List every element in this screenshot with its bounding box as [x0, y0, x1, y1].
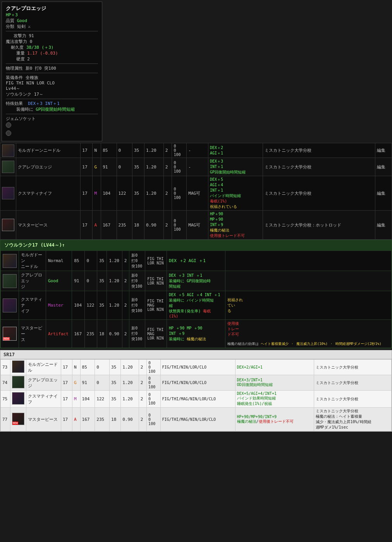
row-range: 2 — [163, 158, 172, 176]
sr-item-name: マスターピース — [19, 320, 46, 348]
row-special: MAG可 — [187, 176, 208, 211]
sr17-matk: 122 — [95, 391, 110, 408]
sr17-effects: HP+90/MP+90/INT+9極魔の秘法/使用後トレード不可 — [235, 408, 314, 431]
row-level: 17 — [81, 158, 93, 176]
row-speed: 1.20 — [144, 158, 164, 176]
sr17-weight: 35 — [110, 360, 121, 375]
divider3 — [6, 73, 98, 73]
row-item-name: モルガドーンニードル — [16, 143, 81, 158]
item-equip-cond: 装備条件 全種族 — [6, 75, 98, 81]
sr17-grade: A — [72, 408, 80, 431]
row-location: ミスカトニック大学分校 — [263, 176, 375, 211]
row-item-name: クスマティナイフ — [16, 176, 81, 211]
row-item-name: マスターピース — [16, 211, 81, 240]
sr17-level: 17 — [61, 391, 72, 408]
sr17-level: 17 — [61, 360, 72, 375]
sr17-jobs: FIG/THI/NIN/LOR/CLO — [160, 360, 235, 375]
sr17-header: SR17 — [0, 350, 392, 359]
row-icon — [0, 176, 16, 211]
sr17-table: 73 モルガンニードル 17 N 85 0 35 1.20 2 00100 FI… — [0, 359, 392, 431]
row-weight: 35 — [132, 176, 144, 211]
sr-item-icon — [3, 274, 17, 288]
sr17-no: 75 — [1, 391, 10, 408]
sr17-speed: 0.90 — [121, 408, 139, 431]
row-atk: 167 — [101, 211, 117, 240]
row-matk: 0 — [117, 143, 132, 158]
item-weight: 重量 1.17 (-0.03) — [6, 50, 98, 56]
row-level: 17 — [81, 143, 93, 158]
row-icon — [0, 158, 16, 176]
row-phys: 00100 — [172, 176, 187, 211]
sr17-location: ミスカトニック大学分校 — [314, 391, 392, 408]
row-grade: N — [93, 143, 101, 158]
row-edit[interactable]: 編集 — [375, 176, 392, 211]
sr-speed: 1.20 — [107, 271, 122, 291]
sr17-location: ミスカトニック大学分校 — [314, 360, 392, 375]
row-edit[interactable]: 編集 — [375, 143, 392, 158]
table-row: マスターピース 17 A 167 235 18 0.90 2 00100 MAG… — [0, 211, 392, 240]
row-range: 2 — [163, 176, 172, 211]
sr17-range: 2 — [139, 375, 146, 391]
row-icon — [0, 143, 16, 158]
sr17-atk: 85 — [80, 360, 95, 375]
row-level: 17 — [81, 211, 93, 240]
sr17-jobs: FIG/THI/MAG/NIN/LOR/CLO — [160, 391, 235, 408]
row-atk: 91 — [101, 158, 117, 176]
sr-atk: 91 — [72, 271, 84, 291]
row-weight: 35 — [132, 158, 144, 176]
row-level: 17 — [81, 176, 93, 211]
sr17-phys: 00100 — [147, 408, 160, 431]
sr17-icon — [10, 391, 26, 408]
item-magic-attack: 魔法攻撃力 0 — [6, 39, 98, 45]
soulrank-panel: ソウルランク17 (LV44～)↑ モルガドーンニードル Normal 85 0… — [0, 240, 392, 348]
row-location: ミスカトニック大学分校 — [263, 143, 375, 158]
row-weight: 35 — [132, 143, 144, 158]
sr-extra: 使用後トレード不可極魔の秘法の効果は ヘイト蓄積量減少 ・ 魔法威力上昇(10%… — [225, 320, 391, 348]
sr-extra — [225, 251, 391, 271]
row-speed: 0.90 — [144, 211, 164, 240]
sr17-effects: DEX+5/AGI+4/INT+1バインド効果時間短縮睡眠発生(1%)/祝福 — [235, 391, 314, 408]
sr-jobs: FIG THIMAGLOR NIN — [145, 320, 167, 348]
table-row: 77 NEW マスターピース 17 A 167 235 18 0.90 2 00… — [1, 408, 392, 431]
sr17-no: 74 — [1, 375, 10, 391]
row-special: - — [187, 143, 208, 158]
sr-speed: 0.90 — [107, 320, 122, 348]
item-physical: 物理属性 新0 打0 突100 — [6, 65, 98, 71]
sr17-speed: 1.20 — [121, 391, 139, 408]
row-speed: 1.20 — [144, 143, 164, 158]
divider2 — [6, 63, 98, 64]
sr17-icon: NEW — [10, 408, 26, 431]
sr-phys: 新0打0突100 — [129, 271, 145, 291]
row-edit[interactable]: 編集 — [375, 211, 392, 240]
table-row: クスマティナイフ 17 M 104 122 35 1.20 2 00100 MA… — [0, 176, 392, 211]
sr-item-name: モルガドーンニードル — [19, 251, 46, 271]
sr17-speed: 1.20 — [121, 360, 139, 375]
sr-matk: 122 — [84, 291, 97, 320]
row-icon — [0, 211, 16, 240]
sr-range: 2 — [122, 251, 129, 271]
row-phys: 00100 — [172, 158, 187, 176]
sr17-effects: DEX+3/INT+1OD回復開始時間短縮 — [235, 375, 314, 391]
item-quality: 品質 Good — [6, 18, 98, 24]
sr17-jobs: FIG/THI/MAG/NIN/LOR/CLO — [160, 408, 235, 431]
sr-effects: HP ＋90 MP ＋90INT ＋9装備時に 極魔の秘法 — [167, 320, 225, 348]
table-row: クスマティナイフ Master 104 122 35 1.20 2 新0打0突1… — [1, 291, 392, 320]
sr-item-name: クアレプロエッジ — [19, 271, 46, 291]
sr17-weight: 18 — [110, 408, 121, 431]
row-matk: 122 — [117, 176, 132, 211]
sr17-name: クアレプロエッジ — [26, 375, 61, 391]
sr-matk: 235 — [84, 320, 97, 348]
sr-effects: DEX ＋5 AGI ＋4 INT ＋1装備時に バインド時間短縮状態異常(発生… — [167, 291, 225, 320]
sr17-range: 2 — [139, 408, 146, 431]
soulrank-table: モルガドーンニードル Normal 85 0 35 1.20 2 新0打0突10… — [0, 250, 392, 348]
sr17-atk: 104 — [80, 391, 95, 408]
sr-range: 2 — [122, 271, 129, 291]
equip-main-table: モルガドーンニードル 17 N 85 0 35 1.20 2 00100 - D… — [0, 143, 392, 240]
row-grade: G — [93, 158, 101, 176]
sr-weight: 35 — [97, 251, 107, 271]
sr17-weight: 35 — [110, 391, 121, 408]
row-atk: 104 — [101, 176, 117, 211]
row-edit[interactable]: 編集 — [375, 158, 392, 176]
sr-matk: 0 — [84, 271, 97, 291]
row-speed: 1.20 — [144, 176, 164, 211]
